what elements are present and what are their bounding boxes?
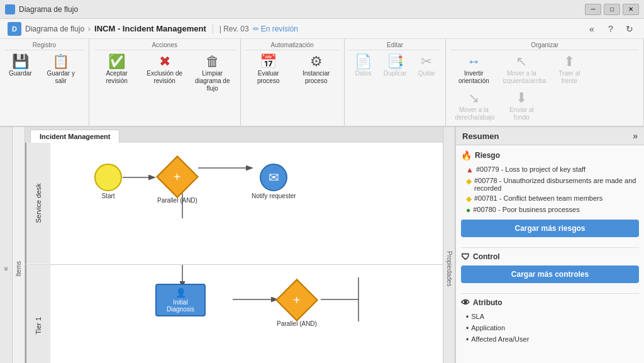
- load-more-controls-button[interactable]: Cargar más controles: [461, 265, 639, 283]
- atributo-label: Atributo: [473, 298, 502, 307]
- risk-bullet-3: ◆: [466, 194, 472, 203]
- refresh-icon[interactable]: ↻: [623, 22, 636, 36]
- bring-front-button: ⬆ Traer al frente: [547, 53, 592, 87]
- properties-label: Propiedades: [446, 251, 453, 286]
- toolbar-section-automatizacion: Automatización 📅 Evaluar proceso ⚙ Insta…: [241, 39, 345, 126]
- attr-bullet-2: •: [466, 324, 469, 333]
- editar-items: 📄 Datos 📑 Duplicar ✂ Quitar: [350, 53, 441, 79]
- swim-lanes: Service desk: [25, 143, 443, 363]
- save-button[interactable]: 💾 Guardar: [5, 53, 36, 79]
- parallel-plus-2: +: [293, 293, 301, 307]
- automatizacion-items: 📅 Evaluar proceso ⚙ Instanciar proceso: [246, 53, 339, 87]
- remove-label: Quitar: [418, 70, 435, 77]
- attr-bullet-3: •: [466, 335, 469, 344]
- accept-review-label: Aceptar revisión: [98, 70, 136, 85]
- instantiate-process-button[interactable]: ⚙ Instanciar proceso: [294, 53, 339, 87]
- toolbar-section-registro: Registro 💾 Guardar 📋 Guardar y salir: [0, 39, 89, 126]
- move-right-down-button: ↘ Mover a la derecha/abajo: [451, 89, 496, 123]
- risk-text-3: #00781 - Conflict between team members: [474, 194, 602, 202]
- automatizacion-label: Automatización: [246, 42, 339, 50]
- breadcrumb-separator: ›: [88, 25, 91, 33]
- start-node[interactable]: Start: [94, 164, 122, 199]
- load-more-risks-button[interactable]: Cargar más riesgos: [461, 220, 639, 237]
- parallel-and-node-2[interactable]: + Parallel (AND): [277, 285, 317, 327]
- breadcrumb-revision: | Rev. 03: [213, 25, 249, 33]
- eye-icon: 👁: [461, 298, 470, 308]
- status-badge[interactable]: ✏ En revisión: [253, 25, 298, 33]
- accept-review-icon: ✅: [108, 55, 125, 69]
- parallel-diamond-2: +: [275, 279, 318, 321]
- notify-label: Notify requester: [252, 193, 296, 199]
- control-label: Control: [473, 252, 500, 261]
- save-exit-icon: 📋: [52, 55, 69, 69]
- send-back-label: Enviar al fondo: [502, 106, 540, 121]
- move-right-down-label: Mover a la derecha/abajo: [455, 106, 492, 121]
- tab-incident-management[interactable]: Incident Management: [30, 130, 119, 143]
- instantiate-process-label: Instanciar proceso: [297, 70, 335, 85]
- toolbar: Registro 💾 Guardar 📋 Guardar y salir Acc…: [0, 39, 644, 127]
- send-back-icon: ⬇: [516, 91, 527, 105]
- clear-diagram-button[interactable]: 🗑 Limpiar diagrama de flujo: [190, 53, 235, 94]
- status-text: En revisión: [261, 25, 298, 33]
- minimize-button[interactable]: ─: [585, 4, 601, 15]
- close-button[interactable]: ✕: [623, 4, 639, 15]
- registro-label: Registro: [5, 42, 84, 50]
- acciones-label: Acciones: [94, 42, 235, 50]
- risk-bullet-1: ▲: [466, 165, 474, 174]
- notify-mail-icon: ✉: [260, 164, 287, 191]
- instantiate-process-icon: ⚙: [310, 55, 323, 69]
- risk-item-3: ◆ #00781 - Conflict between team members: [466, 193, 639, 204]
- parallel-and-node-1[interactable]: + Parallel (AND): [157, 162, 197, 204]
- diagram-canvas[interactable]: Service desk: [25, 143, 443, 363]
- attr-item-affected: • Affected Area/User: [466, 334, 639, 345]
- editar-label: Editar: [350, 42, 441, 50]
- registro-items: 💾 Guardar 📋 Guardar y salir: [5, 53, 84, 87]
- diagram-tabs: Incident Management: [25, 127, 443, 143]
- risk-text-1: #00779 - Loss to project of key staff: [476, 165, 586, 173]
- atributo-list: • SLA • Application • Affected Area/User: [461, 311, 639, 345]
- service-desk-content: Start + Parallel (AND) ✉ Notify: [50, 143, 443, 264]
- riesgo-title: 🔥 Riesgo: [461, 150, 639, 160]
- exclude-review-button[interactable]: ✖ Exclusión de revisión: [142, 53, 187, 87]
- flip-orientation-button[interactable]: ↔ Invertir orientación: [451, 53, 496, 87]
- exclude-review-label: Exclusión de revisión: [146, 70, 184, 85]
- toolbar-section-editar: Editar 📄 Datos 📑 Duplicar ✂ Quitar: [345, 39, 447, 126]
- arrow-svg-bottom: [50, 265, 443, 364]
- right-panel-content: 🔥 Riesgo ▲ #00779 - Loss to project of k…: [456, 145, 644, 363]
- start-circle: [94, 164, 122, 191]
- collapse-right-button[interactable]: Propiedades: [443, 127, 455, 363]
- save-icon: 💾: [12, 55, 29, 69]
- riesgo-label: Riesgo: [475, 151, 500, 160]
- move-right-down-icon: ↘: [468, 91, 479, 105]
- breadcrumb-parent[interactable]: Diagrama de flujo: [25, 25, 84, 33]
- remove-button: ✂ Quitar: [413, 53, 440, 79]
- collapse-left-button[interactable]: »: [0, 127, 13, 363]
- notify-requester-node[interactable]: ✉ Notify requester: [252, 164, 296, 199]
- remove-icon: ✂: [421, 55, 432, 69]
- exclude-review-icon: ✖: [159, 55, 170, 69]
- bring-front-label: Traer al frente: [550, 70, 588, 85]
- breadcrumb-current: INCM - Incident Management: [94, 24, 206, 33]
- content-area: » Items Incident Management Service desk: [0, 127, 644, 363]
- risk-text-2: #00778 - Unauthorized disbursements are …: [474, 177, 639, 192]
- attr-item-sla: • SLA: [466, 311, 639, 323]
- maximize-button[interactable]: □: [604, 4, 620, 15]
- risk-item-4: ● #00780 - Poor business processes: [466, 204, 639, 216]
- save-exit-button[interactable]: 📋 Guardar y salir: [38, 53, 84, 87]
- service-desk-label: Service desk: [25, 143, 50, 264]
- duplicate-button: 📑 Duplicar: [380, 53, 411, 79]
- start-label: Start: [101, 193, 114, 199]
- help-icon[interactable]: ?: [604, 22, 618, 36]
- accept-review-button[interactable]: ✅ Aceptar revisión: [94, 53, 140, 87]
- right-panel-collapse[interactable]: »: [633, 131, 638, 141]
- organizar-label: Organizar: [451, 42, 638, 50]
- evaluate-process-button[interactable]: 📅 Evaluar proceso: [246, 53, 291, 87]
- collapse-icon[interactable]: «: [585, 22, 599, 36]
- bring-front-icon: ⬆: [564, 55, 575, 69]
- arrow-svg-top: [50, 143, 443, 264]
- right-panel: Resumen » 🔥 Riesgo ▲ #00779 - Loss to pr…: [455, 127, 644, 363]
- initial-diagnosis-node[interactable]: 👤 Initial Diagnosis: [155, 284, 206, 316]
- atributo-section: 👁 Atributo • SLA • Application • Affecte…: [461, 298, 639, 345]
- home-icon[interactable]: D: [8, 22, 21, 36]
- risk-item-2: ◆ #00778 - Unauthorized disbursements ar…: [466, 176, 639, 193]
